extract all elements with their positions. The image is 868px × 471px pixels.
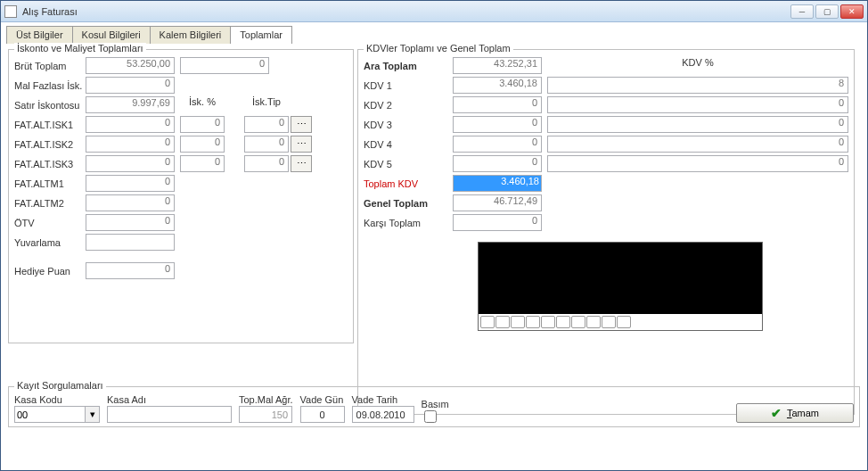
kdv1-val[interactable]: 3.460,18 xyxy=(453,77,542,94)
label-kdv5: KDV 5 xyxy=(364,159,453,169)
ara-val[interactable]: 43.252,31 xyxy=(453,57,542,74)
fai2-lookup-button[interactable]: ⋯ xyxy=(291,136,312,153)
legend-iskonto: İskonto ve Maliyet Toplamları xyxy=(14,43,146,54)
fai1-lookup-button[interactable]: ⋯ xyxy=(291,116,312,133)
label-vadetarih: Vade Tarih xyxy=(352,394,414,405)
label-kasaadi: Kasa Adı xyxy=(107,394,232,405)
preview-box xyxy=(478,242,763,331)
fai3-pct[interactable]: 0 xyxy=(180,155,225,172)
vadetarih-input[interactable] xyxy=(352,406,414,423)
thumb-slot[interactable] xyxy=(526,316,540,328)
kasaadi-input[interactable] xyxy=(107,406,232,423)
tab-ust-bilgiler[interactable]: Üst Bilgiler xyxy=(6,26,73,44)
genel-val[interactable]: 46.712,49 xyxy=(453,194,542,211)
panel-bottom: Kayıt Sorgulamaları Kasa Kodu ▾ Kasa Adı… xyxy=(8,386,860,427)
fai2-pct[interactable]: 0 xyxy=(180,136,225,153)
window-buttons: ─ ▢ ✕ xyxy=(790,4,864,19)
kdv5-val[interactable]: 0 xyxy=(453,155,542,172)
minimize-button[interactable]: ─ xyxy=(790,4,814,19)
label-genel: Genel Toplam xyxy=(364,198,453,209)
fam2-val[interactable]: 0 xyxy=(86,194,175,211)
fam1-val[interactable]: 0 xyxy=(86,175,175,192)
tab-toplamlar[interactable]: Toplamlar xyxy=(230,26,292,44)
kdv4-val[interactable]: 0 xyxy=(453,136,542,153)
app-icon xyxy=(4,5,17,18)
otv-val[interactable]: 0 xyxy=(86,214,175,231)
label-kdv4: KDV 4 xyxy=(364,139,453,150)
kdv2-pct[interactable]: 0 xyxy=(547,96,848,113)
kdv2-val[interactable]: 0 xyxy=(453,96,542,113)
preview-inner xyxy=(479,243,762,314)
tamam-label: TTamamamam xyxy=(787,408,819,418)
vadegun-input[interactable] xyxy=(300,406,345,423)
malfazla-input[interactable]: 0 xyxy=(86,77,175,94)
label-hediye: Hediye Puan xyxy=(14,266,86,277)
header-kdvpct: KDV % xyxy=(547,57,848,74)
label-malfazla: Mal Fazlası İsk. xyxy=(14,80,86,91)
yuv-val[interactable] xyxy=(86,234,175,251)
tamam-button[interactable]: ✔ TTamamamam xyxy=(736,403,854,423)
lookup-icon: ⋯ xyxy=(297,158,307,169)
thumb-slot[interactable] xyxy=(571,316,585,328)
chevron-down-icon: ▾ xyxy=(90,409,95,420)
basim-checkbox[interactable] xyxy=(422,410,439,423)
label-topmal: Top.Mal Ağr. xyxy=(239,394,293,405)
label-fai2: FAT.ALT.ISK2 xyxy=(14,139,86,150)
kdv3-pct[interactable]: 0 xyxy=(547,116,848,133)
label-satirisk: Satır İskontosu xyxy=(14,100,86,111)
tab-kalem-bilgileri[interactable]: Kalem Bilgileri xyxy=(150,26,232,44)
legend-kdv: KDVler Toplamı ve Genel Toplam xyxy=(364,43,513,54)
brut-toplam-1[interactable]: 53.250,00 xyxy=(86,57,175,74)
karsi-val[interactable]: 0 xyxy=(453,214,542,231)
label-karsi: Karşı Toplam xyxy=(364,218,453,228)
topmal-input[interactable] xyxy=(239,406,292,423)
label-brut: Brüt Toplam xyxy=(14,61,86,71)
close-button[interactable]: ✕ xyxy=(840,4,864,19)
dropdown-button[interactable]: ▾ xyxy=(86,406,100,423)
header-iskpct: İsk. % xyxy=(180,96,225,111)
kdv3-val[interactable]: 0 xyxy=(453,116,542,133)
tab-strip: Üst Bilgiler Kosul Bilgileri Kalem Bilgi… xyxy=(1,22,867,44)
kdv4-pct[interactable]: 0 xyxy=(547,136,848,153)
fai2-tip[interactable]: 0 xyxy=(244,136,289,153)
thumb-slot[interactable] xyxy=(556,316,570,328)
label-fam1: FAT.ALTM1 xyxy=(14,178,86,189)
topkdv-val[interactable]: 3.460,18 xyxy=(453,175,542,192)
label-ara: Ara Toplam xyxy=(364,61,453,71)
thumb-slot[interactable] xyxy=(511,316,525,328)
thumb-slot[interactable] xyxy=(495,316,510,328)
fai1-val[interactable]: 0 xyxy=(86,116,175,133)
satirisk-input[interactable]: 9.997,69 xyxy=(86,96,175,113)
label-fam2: FAT.ALTM2 xyxy=(14,198,86,209)
kasakodu-select[interactable] xyxy=(14,406,86,423)
thumb-slot[interactable] xyxy=(602,316,616,328)
label-kdv2: KDV 2 xyxy=(364,100,453,111)
label-fai1: FAT.ALT.ISK1 xyxy=(14,120,86,130)
thumb-slot[interactable] xyxy=(617,316,631,328)
header-isktip: İsk.Tip xyxy=(244,96,289,111)
thumb-slot[interactable] xyxy=(480,316,495,328)
fai1-pct[interactable]: 0 xyxy=(180,116,225,133)
fai1-tip[interactable]: 0 xyxy=(244,116,289,133)
window-title: Alış Faturası xyxy=(22,6,790,17)
hediye-val[interactable]: 0 xyxy=(86,262,175,279)
label-kasakodu: Kasa Kodu xyxy=(14,394,100,405)
thumb-slot[interactable] xyxy=(541,316,555,328)
thumb-slot[interactable] xyxy=(586,316,601,328)
label-kdv3: KDV 3 xyxy=(364,120,453,130)
panel-iskonto: İskonto ve Maliyet Toplamları Brüt Topla… xyxy=(8,49,354,343)
check-icon: ✔ xyxy=(771,406,782,420)
brut-toplam-2[interactable]: 0 xyxy=(180,57,269,74)
kdv5-pct[interactable]: 0 xyxy=(547,155,848,172)
lookup-icon: ⋯ xyxy=(297,138,307,150)
fai2-val[interactable]: 0 xyxy=(86,136,175,153)
tab-kosul-bilgileri[interactable]: Kosul Bilgileri xyxy=(72,26,151,44)
maximize-button[interactable]: ▢ xyxy=(815,4,839,19)
preview-thumbs xyxy=(479,314,762,330)
legend-bottom: Kayıt Sorgulamaları xyxy=(14,380,106,391)
kdv1-pct[interactable]: 8 xyxy=(547,77,848,94)
fai3-val[interactable]: 0 xyxy=(86,155,175,172)
fai3-tip[interactable]: 0 xyxy=(244,155,289,172)
fai3-lookup-button[interactable]: ⋯ xyxy=(291,155,312,172)
panel-kdv: KDVler Toplamı ve Genel Toplam Ara Topla… xyxy=(357,49,855,415)
